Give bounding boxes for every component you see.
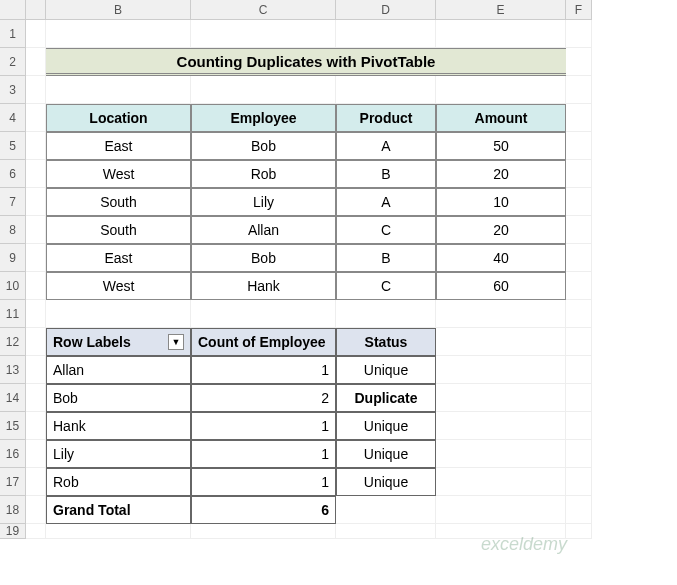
empty-cell[interactable] <box>566 496 592 524</box>
empty-cell[interactable] <box>26 188 46 216</box>
empty-cell[interactable] <box>566 244 592 272</box>
empty-cell[interactable] <box>26 356 46 384</box>
empty-cell[interactable] <box>566 132 592 160</box>
table1-cell[interactable]: A <box>336 188 436 216</box>
empty-cell[interactable] <box>46 524 191 539</box>
table1-cell[interactable]: Bob <box>191 244 336 272</box>
table1-cell[interactable]: B <box>336 244 436 272</box>
empty-cell[interactable] <box>436 384 566 412</box>
empty-cell[interactable] <box>566 188 592 216</box>
pivot-row-labels-header[interactable]: Row Labels▼ <box>46 328 191 356</box>
pivot-row-name[interactable]: Hank <box>46 412 191 440</box>
col-header-F[interactable]: F <box>566 0 592 20</box>
table1-cell[interactable]: Bob <box>191 132 336 160</box>
empty-cell[interactable] <box>436 20 566 48</box>
empty-cell[interactable] <box>566 272 592 300</box>
row-header-15[interactable]: 15 <box>0 412 26 440</box>
table1-cell[interactable]: 60 <box>436 272 566 300</box>
empty-cell[interactable] <box>566 216 592 244</box>
row-header-7[interactable]: 7 <box>0 188 26 216</box>
empty-cell[interactable] <box>566 76 592 104</box>
empty-cell[interactable] <box>436 300 566 328</box>
row-header-4[interactable]: 4 <box>0 104 26 132</box>
row-header-13[interactable]: 13 <box>0 356 26 384</box>
table1-cell[interactable]: Hank <box>191 272 336 300</box>
empty-cell[interactable] <box>566 384 592 412</box>
empty-cell[interactable] <box>26 524 46 539</box>
empty-cell[interactable] <box>26 272 46 300</box>
empty-cell[interactable] <box>191 20 336 48</box>
table1-cell[interactable]: West <box>46 160 191 188</box>
table1-cell[interactable]: East <box>46 132 191 160</box>
empty-cell[interactable] <box>46 300 191 328</box>
table1-cell[interactable]: 40 <box>436 244 566 272</box>
empty-cell[interactable] <box>26 412 46 440</box>
row-header-18[interactable]: 18 <box>0 496 26 524</box>
col-header-narrow[interactable] <box>26 0 46 20</box>
empty-cell[interactable] <box>26 160 46 188</box>
row-header-10[interactable]: 10 <box>0 272 26 300</box>
empty-cell[interactable] <box>566 440 592 468</box>
pivot-row-status[interactable]: Duplicate <box>336 384 436 412</box>
pivot-row-count[interactable]: 1 <box>191 468 336 496</box>
table1-cell[interactable]: Rob <box>191 160 336 188</box>
empty-cell[interactable] <box>436 328 566 356</box>
empty-cell[interactable] <box>436 440 566 468</box>
empty-cell[interactable] <box>566 468 592 496</box>
empty-cell[interactable] <box>336 300 436 328</box>
row-header-16[interactable]: 16 <box>0 440 26 468</box>
col-header-C[interactable]: C <box>191 0 336 20</box>
pivot-row-status[interactable]: Unique <box>336 468 436 496</box>
table1-cell[interactable]: C <box>336 216 436 244</box>
row-header-19[interactable]: 19 <box>0 524 26 539</box>
empty-cell[interactable] <box>436 496 566 524</box>
empty-cell[interactable] <box>566 20 592 48</box>
table1-cell[interactable]: 50 <box>436 132 566 160</box>
pivot-row-status[interactable]: Unique <box>336 412 436 440</box>
empty-cell[interactable] <box>336 20 436 48</box>
table1-cell[interactable]: A <box>336 132 436 160</box>
empty-cell[interactable] <box>26 328 46 356</box>
table1-cell[interactable]: East <box>46 244 191 272</box>
table1-cell[interactable]: 20 <box>436 160 566 188</box>
empty-cell[interactable] <box>26 440 46 468</box>
pivot-row-count[interactable]: 1 <box>191 440 336 468</box>
row-header-1[interactable]: 1 <box>0 20 26 48</box>
row-header-3[interactable]: 3 <box>0 76 26 104</box>
pivot-row-status[interactable]: Unique <box>336 440 436 468</box>
empty-cell[interactable] <box>26 76 46 104</box>
row-header-6[interactable]: 6 <box>0 160 26 188</box>
row-header-8[interactable]: 8 <box>0 216 26 244</box>
empty-cell[interactable] <box>566 160 592 188</box>
dropdown-icon[interactable]: ▼ <box>168 334 184 350</box>
empty-cell[interactable] <box>566 412 592 440</box>
empty-cell[interactable] <box>436 412 566 440</box>
empty-cell[interactable] <box>436 524 566 539</box>
pivot-row-count[interactable]: 1 <box>191 356 336 384</box>
table1-cell[interactable]: Allan <box>191 216 336 244</box>
empty-cell[interactable] <box>26 468 46 496</box>
table1-cell[interactable]: West <box>46 272 191 300</box>
empty-cell[interactable] <box>26 216 46 244</box>
table1-cell[interactable]: B <box>336 160 436 188</box>
pivot-row-name[interactable]: Bob <box>46 384 191 412</box>
row-header-12[interactable]: 12 <box>0 328 26 356</box>
pivot-row-name[interactable]: Rob <box>46 468 191 496</box>
empty-cell[interactable] <box>436 76 566 104</box>
pivot-row-name[interactable]: Lily <box>46 440 191 468</box>
empty-cell[interactable] <box>566 104 592 132</box>
table1-cell[interactable]: 20 <box>436 216 566 244</box>
row-header-17[interactable]: 17 <box>0 468 26 496</box>
pivot-row-name[interactable]: Allan <box>46 356 191 384</box>
col-header-D[interactable]: D <box>336 0 436 20</box>
empty-cell[interactable] <box>566 524 592 539</box>
pivot-row-count[interactable]: 1 <box>191 412 336 440</box>
row-header-14[interactable]: 14 <box>0 384 26 412</box>
empty-cell[interactable] <box>26 20 46 48</box>
row-header-9[interactable]: 9 <box>0 244 26 272</box>
empty-cell[interactable] <box>566 48 592 76</box>
empty-cell[interactable] <box>26 132 46 160</box>
table1-cell[interactable]: C <box>336 272 436 300</box>
empty-cell[interactable] <box>336 496 436 524</box>
pivot-row-status[interactable]: Unique <box>336 356 436 384</box>
